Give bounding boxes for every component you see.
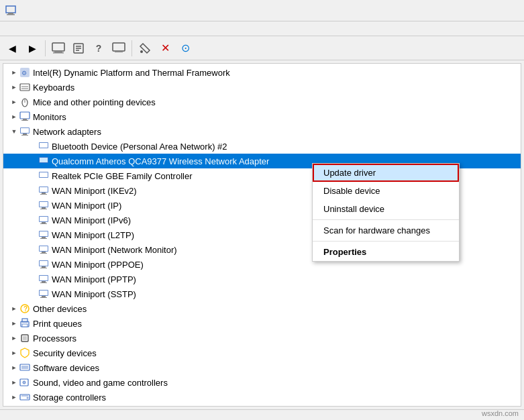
properties-button[interactable]: [69, 39, 88, 58]
svg-rect-62: [42, 296, 46, 297]
tree-item-mice[interactable]: ►Mice and other pointing devices: [3, 95, 521, 109]
tree-item-processors[interactable]: ►Processors: [3, 331, 521, 346]
expand-icon-wan4[interactable]: [28, 229, 38, 240]
expand-icon-wan7[interactable]: [28, 274, 38, 284]
svg-rect-24: [23, 134, 27, 135]
tree-item-keyboards[interactable]: ►Keyboards: [3, 80, 521, 95]
expand-icon-wan1[interactable]: [28, 185, 38, 196]
device-icon-wan4: [38, 229, 49, 240]
tree-label-wan5: WAN Miniport (Network Monitor): [52, 245, 177, 255]
menu-view[interactable]: [24, 28, 35, 30]
toolbar-separator-2: [132, 40, 132, 56]
context-menu-item-scan[interactable]: Scan for hardware changes: [313, 221, 459, 240]
display-button[interactable]: [109, 39, 128, 58]
expand-icon-qualcomm[interactable]: [28, 156, 38, 166]
svg-text:⚙: ⚙: [21, 70, 27, 76]
tree-item-storage[interactable]: ►Storage controllers: [3, 390, 521, 405]
expand-icon-wan3[interactable]: [28, 215, 38, 225]
svg-rect-40: [40, 202, 48, 207]
scan-button[interactable]: [136, 39, 154, 58]
context-menu-item-uninstall[interactable]: Uninstall device: [313, 200, 459, 218]
expand-icon-keyboards[interactable]: ►: [9, 82, 19, 93]
device-icon-other: ?: [19, 303, 30, 314]
menu-action[interactable]: [13, 28, 24, 30]
svg-rect-4: [54, 51, 62, 52]
tree-item-security[interactable]: ►Security devices: [3, 346, 521, 360]
svg-rect-20: [20, 112, 30, 119]
tree-item-sound[interactable]: ►Sound, video and game controllers: [3, 375, 521, 390]
tree-label-wan8: WAN Miniport (SSTP): [52, 289, 136, 299]
menu-help[interactable]: [35, 28, 46, 30]
tree-item-intel[interactable]: ►⚙Intel(R) Dynamic Platform and Thermal …: [3, 65, 521, 80]
svg-point-79: [27, 397, 29, 399]
expand-icon-monitors[interactable]: ►: [9, 111, 19, 122]
svg-rect-58: [42, 281, 46, 282]
device-icon-network: [19, 126, 30, 137]
svg-rect-36: [40, 187, 48, 192]
delete-button[interactable]: ✕: [156, 39, 174, 58]
context-menu: Update driverDisable deviceUninstall dev…: [312, 163, 460, 262]
tree-label-other: Other devices: [33, 304, 87, 314]
help-button[interactable]: ?: [89, 39, 108, 58]
device-icon-wan2: [38, 200, 49, 211]
tree-item-software[interactable]: ►Software devices: [3, 360, 521, 375]
back-button[interactable]: ◀: [3, 39, 21, 58]
svg-rect-44: [40, 217, 48, 221]
tree-label-mice: Mice and other pointing devices: [33, 97, 156, 107]
svg-rect-59: [40, 282, 47, 283]
svg-rect-48: [40, 231, 48, 236]
expand-icon-storage[interactable]: ►: [9, 392, 19, 403]
expand-icon-processors[interactable]: ►: [9, 333, 19, 344]
expand-icon-wan5[interactable]: [28, 244, 38, 255]
device-icon-mice: [19, 97, 30, 107]
forward-button[interactable]: ▶: [23, 39, 42, 58]
svg-rect-55: [40, 268, 47, 268]
svg-rect-35: [40, 194, 47, 195]
tree-item-wan7[interactable]: WAN Miniport (PPTP): [3, 272, 521, 286]
tree-item-print[interactable]: ►Print queues: [3, 316, 521, 331]
expand-icon-software[interactable]: ►: [9, 362, 19, 373]
svg-rect-73: [21, 366, 28, 369]
expand-icon-mice[interactable]: ►: [9, 97, 19, 107]
expand-icon-wan8[interactable]: [28, 288, 38, 299]
context-menu-separator: [313, 219, 459, 220]
context-menu-item-disable[interactable]: Disable device: [313, 182, 459, 200]
device-icon-wan7: [38, 274, 49, 284]
expand-icon-network[interactable]: ▼: [9, 126, 19, 137]
tree-item-monitors[interactable]: ►Monitors: [3, 109, 521, 124]
svg-rect-3: [52, 43, 64, 51]
context-menu-item-update[interactable]: Update driver: [313, 164, 459, 182]
context-menu-item-properties[interactable]: Properties: [313, 243, 459, 261]
svg-rect-42: [42, 222, 46, 223]
tree-item-network[interactable]: ▼Network adapters: [3, 124, 521, 139]
svg-rect-60: [40, 276, 48, 280]
expand-icon-wan2[interactable]: [28, 200, 38, 211]
svg-rect-54: [42, 266, 46, 268]
tree-label-wan6: WAN Miniport (PPPOE): [52, 260, 144, 270]
update-button[interactable]: ⊙: [176, 39, 195, 58]
watermark: wsxdn.com: [482, 409, 519, 417]
expand-icon-wan6[interactable]: [28, 259, 38, 270]
tree-label-sound: Sound, video and game controllers: [33, 378, 168, 388]
device-manager-button[interactable]: [49, 39, 68, 58]
menu-file[interactable]: [3, 28, 13, 30]
expand-icon-intel[interactable]: ►: [9, 67, 19, 78]
device-icon-wan1: [38, 185, 49, 196]
expand-icon-other[interactable]: ►: [9, 303, 19, 314]
tree-item-bluetooth[interactable]: Bluetooth Device (Personal Area Network)…: [3, 139, 521, 154]
expand-icon-realtek[interactable]: [28, 170, 38, 181]
expand-icon-bluetooth[interactable]: [28, 141, 38, 152]
tree-label-monitors: Monitors: [33, 112, 66, 122]
svg-rect-50: [42, 252, 46, 253]
svg-rect-64: [40, 291, 48, 295]
expand-icon-security[interactable]: ►: [9, 348, 19, 358]
device-icon-security: [19, 348, 30, 358]
svg-rect-63: [40, 297, 47, 298]
title-bar: [0, 0, 524, 21]
tree-item-other[interactable]: ►?Other devices: [3, 301, 521, 316]
tree-item-wan8[interactable]: WAN Miniport (SSTP): [3, 286, 521, 301]
expand-icon-print[interactable]: ►: [9, 318, 19, 329]
expand-icon-sound[interactable]: ►: [9, 377, 19, 388]
tree-label-processors: Processors: [33, 333, 76, 344]
svg-rect-0: [6, 6, 15, 13]
